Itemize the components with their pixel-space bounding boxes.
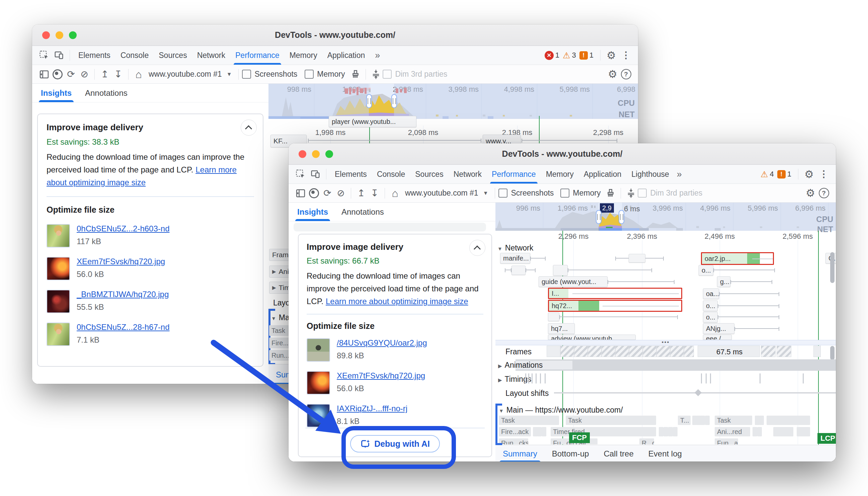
- network-request-pill[interactable]: ANjg...: [703, 323, 735, 334]
- network-request-box[interactable]: [553, 265, 568, 276]
- tab-elements[interactable]: Elements: [73, 46, 115, 65]
- home-icon[interactable]: ⌂: [388, 187, 402, 200]
- task-chip[interactable]: Ani...red: [715, 427, 750, 436]
- toggle-sidebar-icon[interactable]: [37, 68, 51, 81]
- warning-count-icon[interactable]: ⚠: [760, 170, 768, 179]
- inspect-icon[interactable]: [294, 168, 307, 181]
- tab-application[interactable]: Application: [322, 46, 370, 65]
- tab-summary[interactable]: Summary: [495, 445, 545, 462]
- network-request-pill[interactable]: o...: [698, 265, 713, 276]
- tab-performance[interactable]: Performance: [487, 165, 541, 184]
- help-icon[interactable]: ?: [619, 68, 633, 81]
- layout-shift-marker[interactable]: [695, 389, 702, 396]
- network-request-pill[interactable]: eee /: [703, 335, 732, 340]
- tab-network[interactable]: Network: [449, 165, 487, 184]
- track-label-animations[interactable]: ▶Animations: [498, 361, 543, 370]
- file-link[interactable]: XEem7tFSvsk/hq720.jpg: [337, 371, 425, 380]
- network-request-box[interactable]: [548, 312, 559, 321]
- task-chip[interactable]: Task: [566, 416, 656, 425]
- collapse-tracks-icon[interactable]: [624, 187, 638, 200]
- screenshots-checkbox[interactable]: [242, 69, 251, 79]
- record-icon[interactable]: [307, 187, 321, 200]
- network-request-pill[interactable]: oa...: [703, 288, 719, 299]
- learn-more-link[interactable]: Learn more about optimizing image size: [326, 297, 468, 306]
- settings-gear-icon[interactable]: ⚙: [803, 168, 816, 181]
- network-request-box[interactable]: [512, 266, 526, 275]
- dim-3rd-parties-checkbox[interactable]: [638, 188, 647, 198]
- tab-console[interactable]: Console: [115, 46, 154, 65]
- network-overflow-row[interactable]: •••: [495, 340, 836, 345]
- track-label-layout-shifts[interactable]: Layout shifts: [505, 389, 549, 398]
- tab-sources[interactable]: Sources: [410, 165, 448, 184]
- network-request-pill[interactable]: o...: [703, 312, 718, 323]
- task-chip[interactable]: Timer fired: [551, 427, 656, 436]
- network-request-box[interactable]: [629, 254, 645, 263]
- selection-handle-right[interactable]: [391, 94, 397, 108]
- network-request-pill[interactable]: guide (www.yout...: [539, 276, 608, 287]
- network-request-pill[interactable]: adview (www.youtub: [548, 335, 636, 340]
- timeline-overview[interactable]: 998 ms 1,998 n 2,998 ms 3,998 ms 4,998 m…: [269, 84, 638, 119]
- profile-select[interactable]: www.youtube.com #1▼: [145, 69, 235, 79]
- file-link[interactable]: IAXRiqZtJ-...fff-no-rj: [337, 404, 407, 413]
- collapse-insight-button[interactable]: [241, 120, 257, 136]
- toggle-sidebar-icon[interactable]: [294, 187, 307, 200]
- tab-call-tree[interactable]: Call tree: [596, 445, 641, 462]
- device-toolbar-icon[interactable]: [52, 49, 65, 62]
- network-request-flagged[interactable]: oar2.jp...: [701, 252, 774, 265]
- selection-handle-left[interactable]: [366, 94, 372, 108]
- scrollbar-thumb[interactable]: [830, 252, 835, 283]
- collapsed-insight-card[interactable]: [293, 223, 486, 231]
- zoom-window-button[interactable]: [325, 150, 333, 158]
- minimize-window-button[interactable]: [55, 31, 63, 39]
- tab-insights[interactable]: Insights: [41, 84, 71, 102]
- clear-icon[interactable]: ⊘: [78, 68, 91, 81]
- tab-network[interactable]: Network: [192, 46, 230, 65]
- upload-profile-icon[interactable]: ↥: [354, 187, 368, 200]
- warning-count-icon[interactable]: ⚠: [563, 51, 570, 60]
- minimize-window-button[interactable]: [312, 150, 320, 158]
- inspect-icon[interactable]: [38, 49, 50, 62]
- fcp-badge[interactable]: FCP: [569, 432, 590, 443]
- tab-application[interactable]: Application: [579, 165, 627, 184]
- tab-annotations[interactable]: Annotations: [341, 203, 384, 221]
- task-chip[interactable]: Task: [499, 416, 559, 425]
- file-link[interactable]: XEem7tFSvsk/hq720.jpg: [77, 257, 165, 266]
- timeline-overview[interactable]: 996 ms 1,996 ms 3,996 ms 4,996 ms 5,996 …: [495, 203, 836, 231]
- screenshots-checkbox[interactable]: [498, 188, 508, 198]
- collapse-tracks-icon[interactable]: [369, 68, 383, 81]
- record-icon[interactable]: [51, 68, 64, 81]
- task-chip[interactable]: Fire...ack: [499, 427, 531, 436]
- file-link[interactable]: /84USvqG9YQU/oar2.jpg: [337, 338, 427, 347]
- task-chip[interactable]: T...: [678, 416, 691, 425]
- device-toolbar-icon[interactable]: [309, 168, 322, 181]
- reload-record-icon[interactable]: ⟳: [64, 68, 78, 81]
- title-bar[interactable]: DevTools - www.youtube.com/: [289, 143, 836, 165]
- memory-checkbox[interactable]: [560, 188, 569, 198]
- task-chip[interactable]: Run...cks: [499, 438, 528, 445]
- download-profile-icon[interactable]: ↧: [111, 68, 125, 81]
- tab-memory[interactable]: Memory: [285, 46, 322, 65]
- kebab-menu-icon[interactable]: ⋮: [818, 168, 830, 181]
- network-request-pill[interactable]: hq7...: [548, 323, 575, 334]
- upload-profile-icon[interactable]: ↥: [98, 68, 111, 81]
- tab-event-log[interactable]: Event log: [641, 445, 689, 462]
- selection-handle-left[interactable]: [596, 210, 601, 224]
- help-icon[interactable]: ?: [817, 187, 831, 200]
- zoom-window-button[interactable]: [69, 31, 77, 39]
- settings-gear-icon[interactable]: ⚙: [606, 68, 619, 81]
- gc-brush-icon[interactable]: [349, 68, 362, 81]
- task-chip[interactable]: Fun...all: [715, 438, 738, 445]
- track-label-timings[interactable]: ▶Timings: [498, 375, 531, 384]
- network-request-flagged[interactable]: hq72...: [548, 300, 682, 312]
- more-tabs-icon[interactable]: »: [674, 165, 685, 184]
- file-link[interactable]: 0hCbSENu5Z...28-h67-nd: [77, 323, 170, 331]
- tab-memory[interactable]: Memory: [541, 165, 579, 184]
- settings-gear-icon[interactable]: ⚙: [804, 187, 817, 200]
- home-icon[interactable]: ⌂: [132, 68, 145, 81]
- tab-performance[interactable]: Performance: [230, 46, 285, 65]
- tab-insights[interactable]: Insights: [297, 203, 328, 221]
- title-bar[interactable]: DevTools - www.youtube.com/: [32, 25, 638, 46]
- kebab-menu-icon[interactable]: ⋮: [620, 49, 632, 62]
- track-label-frames[interactable]: Frames: [505, 347, 532, 356]
- close-window-button[interactable]: [42, 31, 50, 39]
